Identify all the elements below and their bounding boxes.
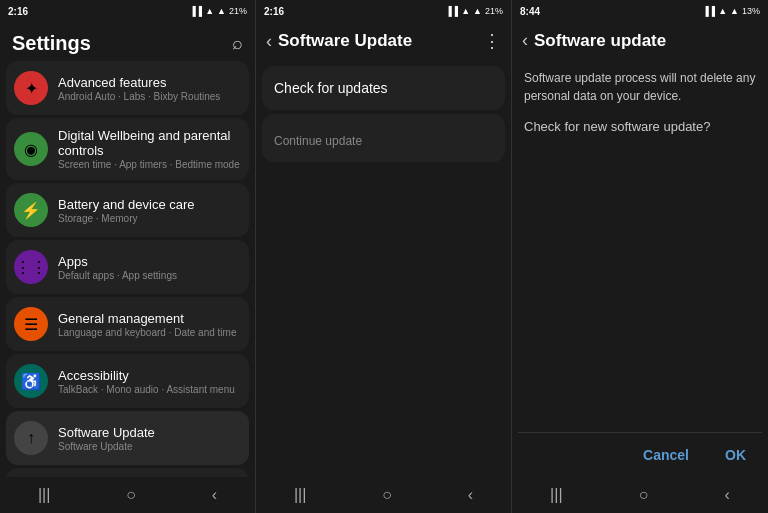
status-time-2: 2:16 xyxy=(264,6,284,17)
dialog-actions: Cancel OK xyxy=(512,433,768,477)
settings-panel: 2:16 ▐▐ ▲ ▲ 21% Settings ⌕ ✦ Advanced fe… xyxy=(0,0,256,513)
nav-recents-2[interactable]: ||| xyxy=(278,480,322,510)
apps-subtitle: Default apps · App settings xyxy=(58,270,241,281)
battery-text: Battery and device care Storage · Memory xyxy=(58,197,241,224)
nav-recents-1[interactable]: ||| xyxy=(22,480,66,510)
software-update-subtitle: Software Update xyxy=(58,441,241,452)
advanced-features-icon: ✦ xyxy=(14,71,48,105)
apps-icon: ⋮⋮ xyxy=(14,250,48,284)
status-time-3: 8:44 xyxy=(520,6,540,17)
settings-item-general-management[interactable]: ☰ General management Language and keyboa… xyxy=(6,297,249,351)
continue-update-label: Continue update xyxy=(274,134,493,148)
general-management-title: General management xyxy=(58,311,241,326)
status-icons-2: ▐▐ ▲ ▲ 21% xyxy=(445,6,503,16)
settings-item-software-update[interactable]: ↑ Software Update Software Update xyxy=(6,411,249,465)
nav-recents-3[interactable]: ||| xyxy=(534,480,578,510)
dialog-header-left: ‹ Software update xyxy=(522,30,666,51)
software-update-dialog-panel: 8:44 ▐▐ ▲ ▲ 13% ‹ Software update Softwa… xyxy=(512,0,768,513)
status-bar-3: 8:44 ▐▐ ▲ ▲ 13% xyxy=(512,0,768,22)
status-icons-1: ▐▐ ▲ ▲ 21% xyxy=(189,6,247,16)
digital-wellbeing-icon: ◉ xyxy=(14,132,48,166)
software-update-title: Software Update xyxy=(278,31,412,51)
nav-bar-2: ||| ○ ‹ xyxy=(256,477,511,513)
dialog-message: Software update process will not delete … xyxy=(524,69,756,105)
software-update-title: Software Update xyxy=(58,425,241,440)
battery-title: Battery and device care xyxy=(58,197,241,212)
settings-item-advanced-features[interactable]: ✦ Advanced features Android Auto · Labs … xyxy=(6,61,249,115)
settings-item-accessibility[interactable]: ♿ Accessibility TalkBack · Mono audio · … xyxy=(6,354,249,408)
dialog-header: ‹ Software update xyxy=(512,22,768,59)
nav-back-2[interactable]: ‹ xyxy=(452,480,489,510)
battery-1: 21% xyxy=(229,6,247,16)
network-icon-3: ▐▐ xyxy=(702,6,715,16)
network-icon-1: ▐▐ xyxy=(189,6,202,16)
wifi-icon-1: ▲ xyxy=(205,6,214,16)
nav-home-2[interactable]: ○ xyxy=(366,480,408,510)
more-button-2[interactable]: ⋮ xyxy=(483,30,501,52)
back-button-2[interactable]: ‹ xyxy=(266,31,272,52)
settings-list: ✦ Advanced features Android Auto · Labs … xyxy=(0,61,255,477)
wifi-icon-3: ▲ xyxy=(718,6,727,16)
header-left: ‹ Software Update xyxy=(266,31,412,52)
check-updates-card[interactable]: Check for updates xyxy=(262,66,505,110)
accessibility-text: Accessibility TalkBack · Mono audio · As… xyxy=(58,368,241,395)
dialog-question: Check for new software update? xyxy=(524,117,756,137)
accessibility-title: Accessibility xyxy=(58,368,241,383)
advanced-features-subtitle: Android Auto · Labs · Bixby Routines xyxy=(58,91,241,102)
network-icon-2: ▐▐ xyxy=(445,6,458,16)
software-update-icon: ↑ xyxy=(14,421,48,455)
nav-bar-1: ||| ○ ‹ xyxy=(0,477,255,513)
advanced-features-text: Advanced features Android Auto · Labs · … xyxy=(58,75,241,102)
status-bar-2: 2:16 ▐▐ ▲ ▲ 21% xyxy=(256,0,511,22)
advanced-features-title: Advanced features xyxy=(58,75,241,90)
cancel-button[interactable]: Cancel xyxy=(637,443,695,467)
software-update-header: ‹ Software Update ⋮ xyxy=(256,22,511,60)
update-content: Check for updates Continue update xyxy=(256,60,511,477)
nav-back-3[interactable]: ‹ xyxy=(709,480,746,510)
signal-icon-3: ▲ xyxy=(730,6,739,16)
status-bar-1: 2:16 ▐▐ ▲ ▲ 21% xyxy=(0,0,255,22)
battery-2: 21% xyxy=(485,6,503,16)
status-time-1: 2:16 xyxy=(8,6,28,17)
dialog-title: Software update xyxy=(534,31,666,51)
signal-icon-1: ▲ xyxy=(217,6,226,16)
apps-title: Apps xyxy=(58,254,241,269)
dialog-body: Software update process will not delete … xyxy=(512,59,768,432)
signal-icon-2: ▲ xyxy=(473,6,482,16)
settings-item-apps[interactable]: ⋮⋮ Apps Default apps · App settings xyxy=(6,240,249,294)
settings-header: Settings ⌕ xyxy=(0,22,255,61)
accessibility-subtitle: TalkBack · Mono audio · Assistant menu xyxy=(58,384,241,395)
digital-wellbeing-subtitle: Screen time · App timers · Bedtime mode xyxy=(58,159,241,170)
general-management-text: General management Language and keyboard… xyxy=(58,311,241,338)
wifi-icon-2: ▲ xyxy=(461,6,470,16)
nav-home-1[interactable]: ○ xyxy=(110,480,152,510)
battery-icon: ⚡ xyxy=(14,193,48,227)
continue-update-card[interactable]: Continue update xyxy=(262,114,505,162)
check-updates-label: Check for updates xyxy=(274,80,493,96)
general-management-subtitle: Language and keyboard · Date and time xyxy=(58,327,241,338)
general-management-icon: ☰ xyxy=(14,307,48,341)
settings-item-battery[interactable]: ⚡ Battery and device care Storage · Memo… xyxy=(6,183,249,237)
nav-back-1[interactable]: ‹ xyxy=(196,480,233,510)
software-update-text: Software Update Software Update xyxy=(58,425,241,452)
nav-bar-3: ||| ○ ‹ xyxy=(512,477,768,513)
battery-subtitle: Storage · Memory xyxy=(58,213,241,224)
search-button[interactable]: ⌕ xyxy=(232,33,243,54)
digital-wellbeing-text: Digital Wellbeing and parental controls … xyxy=(58,128,241,170)
software-update-panel: 2:16 ▐▐ ▲ ▲ 21% ‹ Software Update ⋮ Chec… xyxy=(256,0,512,513)
accessibility-icon: ♿ xyxy=(14,364,48,398)
back-button-3[interactable]: ‹ xyxy=(522,30,528,51)
ok-button[interactable]: OK xyxy=(719,443,752,467)
status-icons-3: ▐▐ ▲ ▲ 13% xyxy=(702,6,760,16)
apps-text: Apps Default apps · App settings xyxy=(58,254,241,281)
nav-home-3[interactable]: ○ xyxy=(623,480,665,510)
settings-title: Settings xyxy=(12,32,91,55)
digital-wellbeing-title: Digital Wellbeing and parental controls xyxy=(58,128,241,158)
settings-item-help[interactable]: ? Help User manual xyxy=(6,468,249,477)
battery-3: 13% xyxy=(742,6,760,16)
settings-item-digital-wellbeing[interactable]: ◉ Digital Wellbeing and parental control… xyxy=(6,118,249,180)
